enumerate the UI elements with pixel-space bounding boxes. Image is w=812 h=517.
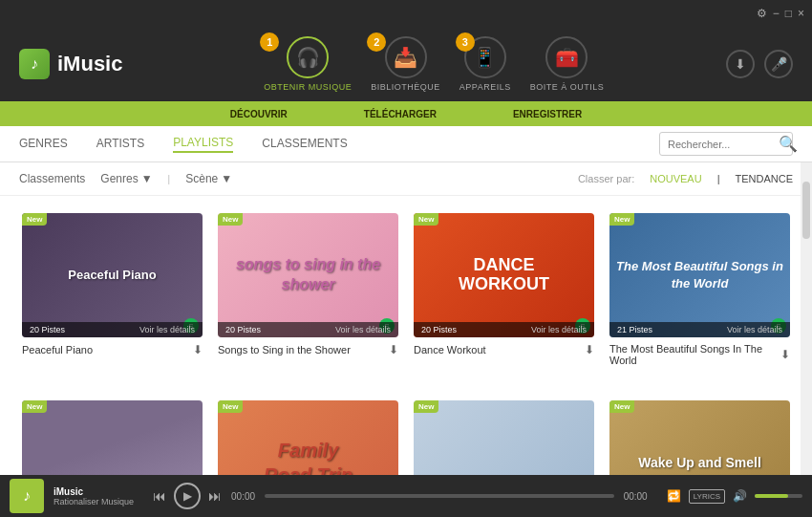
- nav-tab-boite-label: BOITE À OUTILS: [530, 82, 605, 92]
- pistes-label: 20 Pistes: [225, 325, 261, 334]
- playlist-thumb-beautiful: New The Most Beautiful Songs in the Worl…: [609, 213, 790, 337]
- thumb-overlay-dance: 20 Pistes Voir les détails: [414, 322, 594, 337]
- nav-tab-bibliotheque-icon: 📥: [385, 36, 427, 78]
- nav-tab-appareils[interactable]: 📱 3 APPAREILS: [459, 36, 511, 92]
- play-button[interactable]: ▶: [174, 483, 201, 509]
- header: ♪ iMusic 🎧 1 OBTENIR MUSIQUE 📥 2 BIBLIOT…: [0, 27, 812, 101]
- thumb-text-dance: DANCEWORKOUT: [459, 256, 549, 294]
- filter-genres[interactable]: Genres ▼: [100, 172, 152, 185]
- app-name: iMusic: [57, 52, 122, 76]
- thumb-text-shower: songs to sing in the shower: [218, 248, 398, 303]
- filter-bar: Classements Genres ▼ | Scène ▼ Classer p…: [0, 162, 812, 196]
- decouvrir-button[interactable]: DÉCOUVRIR: [221, 109, 297, 119]
- download-icon[interactable]: ⬇: [780, 348, 790, 361]
- details-link[interactable]: Voir les détails: [335, 325, 391, 334]
- header-right: ⬇ 🎤: [726, 50, 793, 78]
- nav-tab-appareils-label: APPAREILS: [459, 82, 511, 92]
- prev-button[interactable]: ⏮: [153, 488, 166, 504]
- sort-separator: |: [717, 173, 720, 184]
- main-content: Classements Genres ▼ | Scène ▼ Classer p…: [0, 162, 812, 492]
- player-right: 🔁 LYRICS 🔊: [667, 489, 802, 504]
- download-icon[interactable]: ⬇: [193, 343, 203, 356]
- progress-bar[interactable]: [265, 494, 614, 498]
- thumb-overlay-shower: 20 Pistes Voir les détails: [218, 322, 398, 337]
- search-icon[interactable]: 🔍: [779, 135, 798, 153]
- scrollbar[interactable]: [801, 162, 812, 492]
- thumb-overlay-piano: 20 Pistes Voir les détails: [22, 322, 203, 337]
- player-info: iMusic Rationaliser Musique: [53, 486, 134, 506]
- playlist-card-peaceful-piano[interactable]: New Peaceful Piano S 20 Pistes Voir les …: [14, 205, 210, 374]
- scrollbar-thumb[interactable]: [802, 182, 810, 239]
- repeat-button[interactable]: 🔁: [667, 489, 681, 503]
- nav-tab-obtenir[interactable]: 🎧 1 OBTENIR MUSIQUE: [264, 36, 352, 92]
- download-button[interactable]: ⬇: [726, 50, 755, 78]
- player-title: iMusic: [53, 486, 134, 497]
- thumb-overlay-beautiful: 21 Pistes Voir les détails: [609, 322, 790, 337]
- playlist-card-beautiful[interactable]: New The Most Beautiful Songs in the Worl…: [602, 205, 798, 374]
- playlist-title-piano: Peaceful Piano ⬇: [22, 343, 203, 356]
- playlist-thumb-shower: New songs to sing in the shower S 20 Pis…: [218, 213, 398, 337]
- sort-tendance[interactable]: TENDANCE: [735, 173, 793, 184]
- thumb-text-wakeup: Wake Up and Smell: [630, 446, 769, 479]
- minimize-icon[interactable]: −: [773, 7, 780, 20]
- sub-nav-artists[interactable]: ARTISTS: [96, 137, 144, 152]
- enregistrer-button[interactable]: ENREGISTRER: [503, 109, 591, 119]
- nav-tab-obtenir-label: OBTENIR MUSIQUE: [264, 82, 352, 92]
- thumb-text-beautiful: The Most Beautiful Songs in the World: [609, 258, 790, 292]
- player-subtitle: Rationaliser Musique: [53, 497, 134, 506]
- app-logo-icon: ♪: [19, 49, 50, 79]
- details-link[interactable]: Voir les détails: [531, 325, 587, 334]
- playlist-card-dance[interactable]: New DANCEWORKOUT S 20 Pistes Voir les dé…: [406, 205, 602, 374]
- pistes-label: 20 Pistes: [30, 325, 65, 334]
- sub-nav-classements[interactable]: CLASSEMENTS: [262, 137, 347, 152]
- mic-button[interactable]: 🎤: [764, 50, 793, 78]
- nav-tab-bibliotheque-label: BIBLIOTHÈQUE: [371, 82, 440, 92]
- bottom-player: ♪ iMusic Rationaliser Musique ⏮ ▶ ⏭ 00:0…: [0, 475, 812, 517]
- thumb-text-piano: Peaceful Piano: [60, 260, 163, 291]
- volume-bar[interactable]: [755, 494, 802, 498]
- details-link[interactable]: Voir les détails: [727, 325, 782, 334]
- sort-nouveau[interactable]: NOUVEAU: [650, 173, 701, 184]
- lyrics-button[interactable]: LYRICS: [689, 489, 725, 504]
- nav-tab-obtenir-icon: 🎧: [287, 36, 329, 78]
- telecharger-button[interactable]: TÉLÉCHARGER: [354, 109, 446, 119]
- playlist-title-beautiful: The Most Beautiful Songs In The World ⬇: [609, 343, 790, 366]
- search-input[interactable]: [668, 139, 773, 150]
- time-total: 00:00: [624, 491, 648, 502]
- playlist-card-shower[interactable]: New songs to sing in the shower S 20 Pis…: [210, 205, 406, 374]
- nav-badge-2: 2: [367, 32, 386, 52]
- nav-tab-boite[interactable]: 🧰 BOITE À OUTILS: [530, 36, 605, 92]
- filter-classements[interactable]: Classements: [19, 172, 85, 185]
- player-thumbnail: ♪: [10, 479, 44, 513]
- sub-nav-genres[interactable]: GENRES: [19, 137, 68, 152]
- playlist-grid-row1: New Peaceful Piano S 20 Pistes Voir les …: [0, 196, 812, 383]
- settings-icon[interactable]: ⚙: [757, 7, 767, 20]
- filter-scene[interactable]: Scène ▼: [185, 172, 232, 185]
- filter-sep1: |: [168, 174, 171, 184]
- details-link[interactable]: Voir les détails: [139, 325, 195, 334]
- new-badge: New: [609, 213, 634, 226]
- download-icon[interactable]: ⬇: [585, 343, 594, 356]
- volume-icon[interactable]: 🔊: [733, 489, 747, 503]
- search-box[interactable]: 🔍: [659, 132, 793, 156]
- sub-nav-playlists[interactable]: PLAYLISTS: [173, 136, 233, 153]
- pistes-label: 21 Pistes: [617, 325, 652, 334]
- sort-label: Classer par:: [578, 173, 634, 184]
- nav-tab-boite-icon: 🧰: [545, 36, 588, 78]
- maximize-icon[interactable]: □: [785, 7, 792, 20]
- sub-nav: GENRES ARTISTS PLAYLISTS CLASSEMENTS 🔍: [0, 126, 812, 162]
- new-badge: New: [218, 213, 243, 226]
- download-icon[interactable]: ⬇: [389, 343, 398, 356]
- new-badge: New: [414, 213, 438, 226]
- close-icon[interactable]: ×: [798, 7, 804, 20]
- new-badge: New: [218, 400, 243, 413]
- playlist-thumb-peaceful-piano: New Peaceful Piano S 20 Pistes Voir les …: [22, 213, 203, 337]
- new-badge: New: [609, 400, 634, 413]
- new-badge: New: [22, 213, 47, 226]
- next-button[interactable]: ⏭: [208, 488, 222, 504]
- new-badge: New: [22, 400, 47, 413]
- nav-tabs: 🎧 1 OBTENIR MUSIQUE 📥 2 BIBLIOTHÈQUE 📱 3…: [160, 36, 707, 92]
- nav-tab-bibliotheque[interactable]: 📥 2 BIBLIOTHÈQUE: [371, 36, 440, 92]
- playlist-title-dance: Dance Workout ⬇: [414, 343, 594, 356]
- nav-badge-1: 1: [260, 32, 279, 52]
